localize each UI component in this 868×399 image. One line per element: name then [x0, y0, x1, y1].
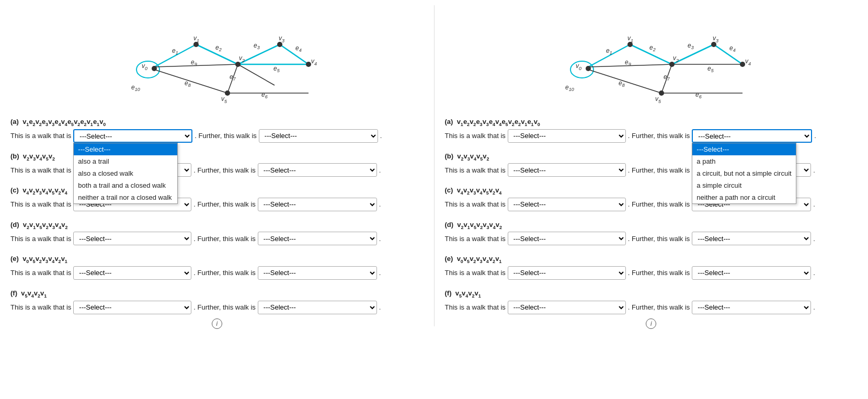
left-select2-b[interactable]: ---Select--- a path a circuit, but not a…	[258, 163, 377, 177]
right-label-e1: e1	[606, 47, 612, 55]
walk-prefix-f-right: This is a walk that is	[445, 303, 506, 311]
further-text-a-left: . Further, this walk is	[195, 132, 256, 140]
right-node-v2	[669, 62, 675, 67]
right-label-a: (a) v1e2v2e3v3e4v4e5v2e2v1e1v0	[445, 118, 858, 127]
left-select1-e[interactable]: ---Select--- also a trail also a closed …	[73, 266, 191, 280]
right-node-v4	[740, 62, 745, 67]
left-row-f: This is a walk that is ---Select--- also…	[10, 301, 424, 314]
further-text-d-left: . Further, this walk is	[193, 235, 255, 243]
right-opt-neither-path-circuit[interactable]: neither a path nor a circuit	[692, 191, 796, 203]
left-select1-a[interactable]: ---Select--- also a trail also a closed …	[73, 129, 192, 143]
right-label-e5: e5	[707, 65, 714, 73]
right-opt-path[interactable]: a path	[692, 155, 796, 167]
right-label-v1: v1	[627, 35, 633, 43]
left-select1-a-container: ---Select--- also a trail also a closed …	[73, 129, 192, 143]
right-label-e10: e10	[565, 84, 574, 92]
right-select1-b[interactable]: ---Select--- also a trail also a closed …	[508, 163, 626, 177]
right-info-icon[interactable]: i	[646, 318, 656, 329]
opt-also-trail[interactable]: also a trail	[74, 155, 177, 167]
right-edge-e8	[588, 70, 661, 93]
right-opt-simple-circuit[interactable]: a simple circuit	[692, 179, 796, 191]
left-select2-f[interactable]: ---Select--- a path a circuit, but not a…	[258, 301, 377, 314]
label-e6: e6	[261, 91, 268, 99]
right-select1-d[interactable]: ---Select--- also a trail also a closed …	[508, 232, 626, 245]
left-label-b: (b) v2v3v4v5v2	[10, 152, 424, 162]
label-e4: e4	[295, 44, 302, 53]
further-text-b-left: . Further, this walk is	[193, 166, 255, 174]
further-text-d-right: . Further, this walk is	[628, 235, 690, 243]
walk-prefix-b-right: This is a walk that is	[445, 166, 506, 174]
right-select2-d[interactable]: ---Select--- a path a circuit, but not a…	[692, 232, 811, 245]
label-e2: e2	[215, 44, 222, 52]
left-select2-c[interactable]: ---Select--- a path a circuit, but not a…	[258, 198, 377, 211]
right-graph-svg: v0 v1 v2 v3 v4 v5 e1 e2 e3 e4 e5 e6 e7 e…	[526, 12, 776, 104]
right-opt-circuit-not-simple[interactable]: a circuit, but not a simple circuit	[692, 167, 796, 179]
walk-prefix-a-right: This is a walk that is	[445, 132, 506, 140]
opt-also-closed-walk[interactable]: also a closed walk	[74, 167, 177, 179]
left-label-c: (c) v4v2v3v4v5v2v4	[10, 186, 424, 196]
left-questions: (a) v1e2v2e3v3e4v4e5v2e2v1e1v0 This is a…	[10, 115, 424, 326]
edge-e4-cyan	[280, 44, 309, 64]
left-question-e: (e) v0v5v2v3v4v2v1 This is a walk that i…	[10, 255, 424, 280]
period-d-left: .	[379, 235, 381, 243]
right-label-v5: v5	[655, 95, 661, 104]
left-row-e: This is a walk that is ---Select--- also…	[10, 266, 424, 280]
right-select2-a-container: ---Select--- a path a circuit, but not a…	[692, 129, 812, 143]
walk-prefix-a-left: This is a walk that is	[10, 132, 71, 140]
right-select2-a[interactable]: ---Select--- a path a circuit, but not a…	[692, 129, 812, 143]
walk-prefix-e-right: This is a walk that is	[445, 269, 506, 277]
walk-prefix-d-left: This is a walk that is	[10, 235, 71, 243]
period-a-left: .	[380, 132, 382, 140]
right-label-e6: e6	[695, 91, 702, 99]
left-select1-d[interactable]: ---Select--- also a trail also a closed …	[73, 232, 191, 245]
right-label-v0: v0	[576, 62, 581, 71]
label-e9: e9	[191, 59, 197, 67]
right-select1-e[interactable]: ---Select--- also a trail also a closed …	[508, 266, 626, 280]
right-label-e4: e4	[729, 44, 736, 53]
walk-prefix-c-right: This is a walk that is	[445, 200, 506, 208]
right-row-e: This is a walk that is ---Select--- also…	[445, 266, 858, 280]
right-select1-a[interactable]: ---Select--- also a trail also a closed …	[508, 129, 626, 143]
left-question-b: (b) v2v3v4v5v2 This is a walk that is --…	[10, 152, 424, 177]
left-info-icon[interactable]: i	[212, 318, 222, 329]
period-a-right: .	[814, 132, 816, 140]
period-f-left: .	[379, 303, 381, 311]
left-row-b: This is a walk that is ---Select--- also…	[10, 163, 424, 177]
period-b-right: .	[813, 166, 815, 174]
left-row-d: This is a walk that is ---Select--- also…	[10, 232, 424, 245]
right-opt-select-default[interactable]: ---Select---	[692, 143, 796, 155]
left-select2-e[interactable]: ---Select--- a path a circuit, but not a…	[258, 266, 377, 280]
right-label-e: (e) v0v5v2v3v4v2v1	[445, 255, 858, 264]
left-select2-d[interactable]: ---Select--- a path a circuit, but not a…	[258, 232, 377, 245]
left-select2-a[interactable]: ---Select--- a path a circuit, but not a…	[259, 129, 378, 143]
right-node-v5	[659, 90, 664, 96]
label-v2-top: v2	[239, 54, 245, 63]
right-select1-f[interactable]: ---Select--- also a trail also a closed …	[508, 301, 626, 314]
label-e3: e3	[254, 42, 260, 50]
opt-both-trail-closed[interactable]: both a trail and a closed walk	[74, 179, 177, 191]
right-question-a: (a) v1e2v2e3v3e4v4e5v2e2v1e1v0 This is a…	[445, 118, 858, 143]
left-question-f: (f) v5v4v2v1 This is a walk that is ---S…	[10, 289, 424, 314]
edge-e8	[154, 70, 227, 93]
walk-prefix-c-left: This is a walk that is	[10, 200, 71, 208]
label-e1: e1	[172, 47, 178, 55]
label-v4: v4	[311, 58, 317, 66]
left-row-c: This is a walk that is ---Select--- also…	[10, 198, 424, 211]
node-v5	[225, 90, 230, 96]
label-e5: e5	[273, 65, 280, 73]
right-row-d: This is a walk that is ---Select--- also…	[445, 232, 858, 245]
left-question-d: (d) v2v1v5v2v3v4v2 This is a walk that i…	[10, 221, 424, 246]
right-select2-f[interactable]: ---Select--- a path a circuit, but not a…	[692, 301, 811, 314]
period-c-right: .	[813, 200, 815, 208]
right-select1-c[interactable]: ---Select--- also a trail also a closed …	[508, 198, 626, 211]
label-e10: e10	[131, 84, 140, 92]
right-question-f: (f) v5v4v2v1 This is a walk that is ---S…	[445, 289, 858, 314]
opt-neither-trail-closed[interactable]: neither a trail nor a closed walk	[74, 191, 177, 203]
right-select2-e[interactable]: ---Select--- a path a circuit, but not a…	[692, 266, 811, 280]
opt-select-default[interactable]: ---Select---	[74, 143, 177, 155]
left-graph-area: v0 v1 v2 v3 v4 v5 e1 e2 e3 e4 e5 e6 e7 e…	[10, 5, 424, 110]
left-row-a: This is a walk that is ---Select--- also…	[10, 129, 424, 143]
right-graph-area: v0 v1 v2 v3 v4 v5 e1 e2 e3 e4 e5 e6 e7 e…	[445, 5, 858, 110]
left-select1-f[interactable]: ---Select--- also a trail also a closed …	[73, 301, 191, 314]
left-panel: v0 v1 v2 v3 v4 v5 e1 e2 e3 e4 e5 e6 e7 e…	[0, 0, 434, 332]
